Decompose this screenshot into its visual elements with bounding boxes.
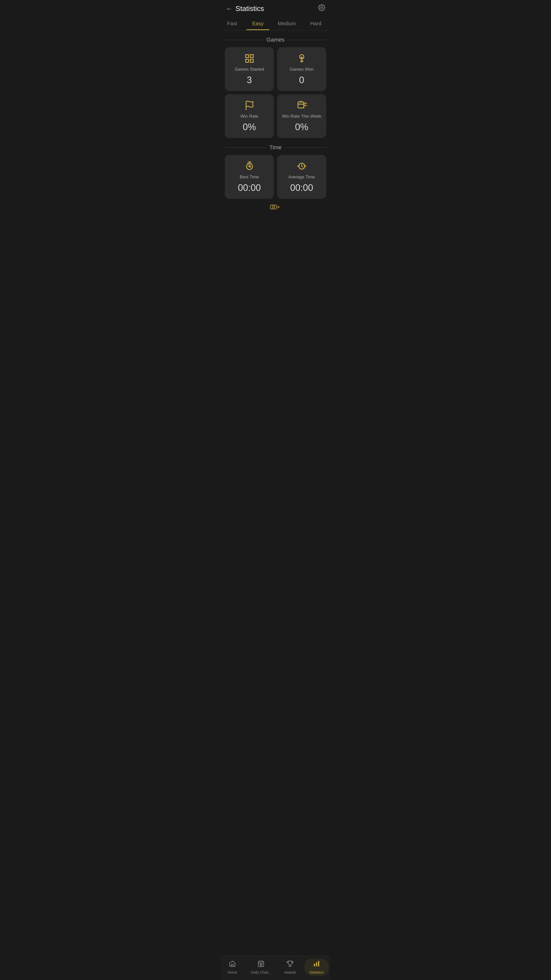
statistics-nav-icon: [313, 960, 320, 969]
nav-item-daily[interactable]: Daily Chall...: [246, 959, 276, 976]
nav-item-home[interactable]: Home: [222, 959, 243, 976]
home-icon: [229, 960, 236, 969]
back-button[interactable]: ←: [226, 5, 232, 12]
best-time-card: Best Time 00:00: [225, 155, 274, 199]
bottom-hint: [225, 201, 326, 213]
games-won-value: 0: [299, 75, 304, 86]
back-icon: ←: [226, 5, 232, 13]
nav-label-home: Home: [227, 970, 237, 974]
games-started-icon-wrapper: [245, 53, 254, 64]
svg-rect-25: [316, 962, 318, 966]
best-time-icon-wrapper: [245, 161, 254, 172]
daily-chall-icon: [257, 960, 265, 969]
medal-icon: [297, 53, 307, 64]
average-time-card: Average Time 00:00: [277, 155, 326, 199]
svg-rect-24: [314, 964, 315, 966]
flag-icon: [245, 100, 254, 110]
time-section-title: Time: [269, 144, 282, 151]
best-time-value: 00:00: [238, 183, 261, 193]
win-rate-value: 0%: [243, 122, 256, 132]
win-rate-icon-wrapper: [245, 100, 254, 111]
page-title: Statistics: [235, 5, 264, 13]
win-rate-week-icon-wrapper: [297, 100, 307, 111]
nav-item-awards[interactable]: Awards: [279, 959, 301, 976]
win-rate-week-value: 0%: [295, 122, 308, 132]
win-rate-week-card: Win Rate This Week 0%: [277, 94, 326, 138]
nav-item-statistics[interactable]: Statistics: [304, 959, 329, 976]
content: Games Games Started 3: [221, 37, 330, 238]
stopwatch-up-icon: [245, 161, 254, 171]
average-time-label: Average Time: [288, 174, 315, 180]
svg-rect-8: [298, 102, 304, 108]
games-won-label: Games Won: [289, 67, 313, 72]
tab-hard[interactable]: Hard: [301, 17, 330, 30]
best-time-label: Best Time: [240, 174, 259, 180]
games-started-label: Games Started: [235, 67, 264, 72]
games-won-icon-wrapper: [297, 53, 307, 64]
games-started-value: 3: [247, 75, 252, 86]
clock-arrows-icon: [297, 161, 307, 171]
win-rate-card: Win Rate 0%: [225, 94, 274, 138]
win-rate-week-label: Win Rate This Week: [282, 114, 321, 119]
svg-rect-26: [318, 961, 319, 966]
calendar-flag-icon: [297, 100, 307, 110]
tab-easy[interactable]: Easy: [243, 17, 272, 30]
time-section-divider: Time: [225, 144, 326, 151]
header: ← Statistics: [221, 0, 330, 17]
games-started-card: Games Started 3: [225, 47, 274, 91]
nav-label-daily: Daily Chall...: [251, 970, 271, 974]
awards-icon: [286, 960, 294, 969]
settings-button[interactable]: [318, 4, 325, 13]
tab-fast[interactable]: Fast: [221, 17, 243, 30]
svg-rect-1: [246, 55, 249, 58]
svg-rect-17: [232, 964, 233, 966]
games-grid: Games Started 3 Games Won 0: [225, 47, 326, 138]
tab-medium[interactable]: Medium: [272, 17, 302, 30]
tabs-container: Fast Easy Medium Hard: [221, 17, 330, 30]
svg-rect-3: [246, 59, 249, 62]
svg-point-0: [321, 7, 323, 9]
svg-rect-4: [250, 59, 253, 62]
average-time-icon-wrapper: [297, 161, 307, 172]
grid-icon: [245, 53, 254, 64]
nav-label-awards: Awards: [284, 970, 296, 974]
svg-rect-2: [250, 55, 253, 58]
nav-label-statistics: Statistics: [310, 970, 324, 974]
timer-hint-icon: [269, 203, 282, 210]
games-section-title: Games: [267, 37, 285, 43]
average-time-value: 00:00: [290, 183, 313, 193]
bottom-nav: Home Daily Chall... Awards: [221, 956, 330, 980]
games-won-card: Games Won 0: [277, 47, 326, 91]
header-left: ← Statistics: [226, 5, 264, 13]
gear-icon: [318, 4, 325, 11]
games-section-divider: Games: [225, 37, 326, 43]
win-rate-label: Win Rate: [241, 114, 259, 119]
time-grid: Best Time 00:00 Average Time 00:00: [225, 155, 326, 199]
